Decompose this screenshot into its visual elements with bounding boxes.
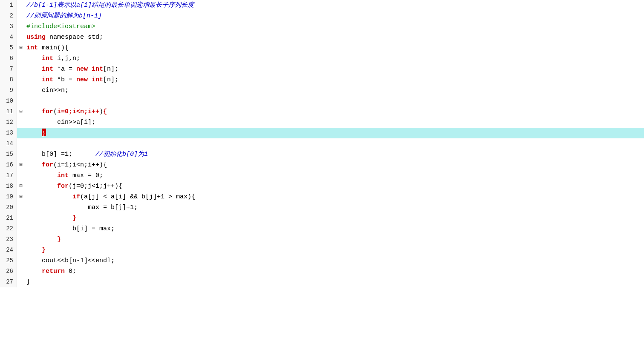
line-content-19: if(a[j] < a[i] && b[j]+1 > max){ xyxy=(25,192,644,202)
line-content-10 xyxy=(25,96,644,106)
fold-18[interactable]: ⊟ xyxy=(17,181,25,192)
code-line-12: 12 cin>>a[i]; xyxy=(0,117,644,128)
code-line-25: 25 cout<<b[n-1]<<endl; xyxy=(0,255,644,266)
code-line-13: 13 } xyxy=(0,128,644,138)
fold-20 xyxy=(17,202,25,213)
code-line-11: 11 ⊟ for(i=0;i<n;i++){ xyxy=(0,106,644,117)
fold-11[interactable]: ⊟ xyxy=(17,106,25,117)
fold-6 xyxy=(17,53,25,64)
code-line-22: 22 b[i] = max; xyxy=(0,224,644,234)
code-line-6: 6 int i,j,n; xyxy=(0,53,644,64)
code-line-4: 4 using namespace std; xyxy=(0,32,644,43)
line-number-17: 17 xyxy=(0,170,17,181)
code-line-27: 27 } xyxy=(0,277,644,287)
code-line-9: 9 cin>>n; xyxy=(0,85,644,96)
line-number-18: 18 xyxy=(0,181,17,192)
code-line-26: 26 return 0; xyxy=(0,266,644,277)
code-line-23: 23 } xyxy=(0,234,644,245)
fold-9 xyxy=(17,85,25,96)
line-number-13: 13 xyxy=(0,128,17,138)
line-number-23: 23 xyxy=(0,234,17,245)
line-number-2: 2 xyxy=(0,11,17,21)
line-number-21: 21 xyxy=(0,213,17,224)
code-line-1: 1 //b[i-1]表示以a[i]结尾的最长单调递增最长子序列长度 xyxy=(0,0,644,11)
line-content-12: cin>>a[i]; xyxy=(25,117,644,128)
code-line-24: 24 } xyxy=(0,245,644,255)
line-number-7: 7 xyxy=(0,64,17,75)
line-content-20: max = b[j]+1; xyxy=(25,202,644,213)
line-content-4: using namespace std; xyxy=(25,32,644,43)
code-line-5: 5 ⊟ int main(){ xyxy=(0,43,644,53)
fold-13 xyxy=(17,128,25,138)
fold-15 xyxy=(17,149,25,160)
line-content-22: b[i] = max; xyxy=(25,224,644,234)
fold-22 xyxy=(17,224,25,234)
code-line-2: 2 //则原问题的解为b[n-1] xyxy=(0,11,644,21)
line-number-4: 4 xyxy=(0,32,17,43)
line-content-23: } xyxy=(25,234,644,245)
fold-17 xyxy=(17,170,25,181)
line-number-3: 3 xyxy=(0,21,17,32)
line-number-25: 25 xyxy=(0,255,17,266)
code-line-20: 20 max = b[j]+1; xyxy=(0,202,644,213)
code-line-18: 18 ⊟ for(j=0;j<i;j++){ xyxy=(0,181,644,192)
line-content-15: b[0] =1; //初始化b[0]为1 xyxy=(25,149,644,160)
code-line-3: 3 #include<iostream> xyxy=(0,21,644,32)
line-number-27: 27 xyxy=(0,277,17,287)
line-content-8: int *b = new int[n]; xyxy=(25,75,644,85)
fold-5[interactable]: ⊟ xyxy=(17,43,25,53)
code-editor: 1 //b[i-1]表示以a[i]结尾的最长单调递增最长子序列长度 2 //则原… xyxy=(0,0,644,341)
line-content-9: cin>>n; xyxy=(25,85,644,96)
line-content-6: int i,j,n; xyxy=(25,53,644,64)
code-line-21: 21 } xyxy=(0,213,644,224)
code-line-10: 10 xyxy=(0,96,644,106)
line-number-11: 11 xyxy=(0,106,17,117)
line-content-27: } xyxy=(25,277,644,287)
line-content-16: for(i=1;i<n;i++){ xyxy=(25,160,644,170)
fold-24 xyxy=(17,245,25,255)
line-content-21: } xyxy=(25,213,644,224)
fold-10 xyxy=(17,96,25,106)
line-number-26: 26 xyxy=(0,266,17,277)
line-number-10: 10 xyxy=(0,96,17,106)
fold-14 xyxy=(17,138,25,149)
fold-27 xyxy=(17,277,25,287)
fold-21 xyxy=(17,213,25,224)
line-number-19: 19 xyxy=(0,192,17,202)
line-number-22: 22 xyxy=(0,224,17,234)
line-content-11: for(i=0;i<n;i++){ xyxy=(25,106,644,117)
fold-1 xyxy=(17,0,25,11)
fold-23 xyxy=(17,234,25,245)
line-content-24: } xyxy=(25,245,644,255)
line-content-14 xyxy=(25,138,644,149)
fold-12 xyxy=(17,117,25,128)
code-line-16: 16 ⊟ for(i=1;i<n;i++){ xyxy=(0,160,644,170)
line-number-6: 6 xyxy=(0,53,17,64)
fold-4 xyxy=(17,32,25,43)
line-content-3: #include<iostream> xyxy=(25,21,644,32)
line-content-17: int max = 0; xyxy=(25,170,644,181)
code-line-8: 8 int *b = new int[n]; xyxy=(0,75,644,85)
line-content-7: int *a = new int[n]; xyxy=(25,64,644,75)
code-line-19: 19 ⊟ if(a[j] < a[i] && b[j]+1 > max){ xyxy=(0,192,644,202)
fold-19[interactable]: ⊟ xyxy=(17,192,25,202)
fold-16[interactable]: ⊟ xyxy=(17,160,25,170)
line-number-5: 5 xyxy=(0,43,17,53)
line-number-8: 8 xyxy=(0,75,17,85)
line-content-18: for(j=0;j<i;j++){ xyxy=(25,181,644,192)
code-line-7: 7 int *a = new int[n]; xyxy=(0,64,644,75)
line-number-24: 24 xyxy=(0,245,17,255)
fold-25 xyxy=(17,255,25,266)
line-number-9: 9 xyxy=(0,85,17,96)
cursor: } xyxy=(42,129,46,136)
line-number-1: 1 xyxy=(0,0,17,11)
line-content-26: return 0; xyxy=(25,266,644,277)
fold-2 xyxy=(17,11,25,21)
line-number-15: 15 xyxy=(0,149,17,160)
line-number-12: 12 xyxy=(0,117,17,128)
code-line-15: 15 b[0] =1; //初始化b[0]为1 xyxy=(0,149,644,160)
code-line-17: 17 int max = 0; xyxy=(0,170,644,181)
line-number-20: 20 xyxy=(0,202,17,213)
line-content-2: //则原问题的解为b[n-1] xyxy=(25,11,644,21)
line-number-14: 14 xyxy=(0,138,17,149)
